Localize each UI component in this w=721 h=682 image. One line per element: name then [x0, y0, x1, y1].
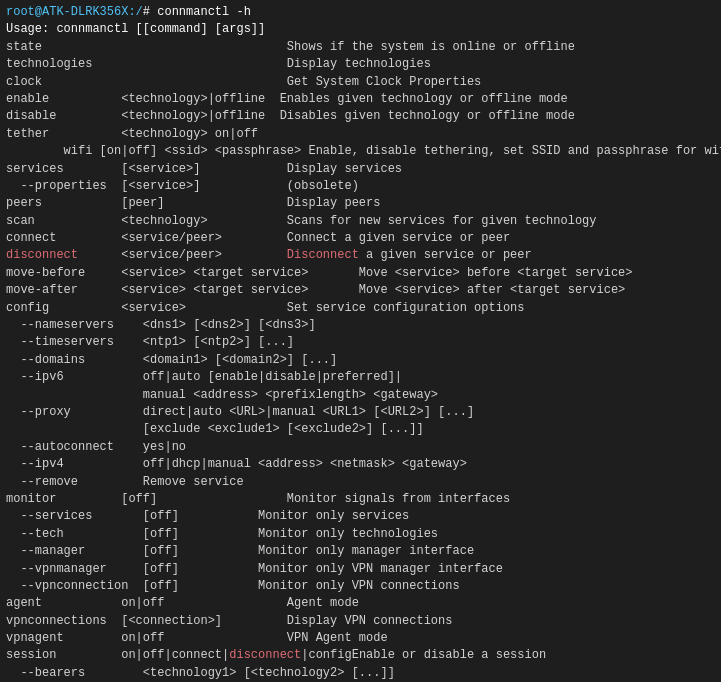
- remove-line: --remove Remove service: [6, 474, 715, 491]
- session-line: session on|off|connect|disconnect|config…: [6, 647, 715, 664]
- connect-line: connect <service/peer> Connect a given s…: [6, 230, 715, 247]
- autoconnect-line: --autoconnect yes|no: [6, 439, 715, 456]
- vpnagent-line: vpnagent on|off VPN Agent mode: [6, 630, 715, 647]
- services-line: services [<service>] Display services: [6, 161, 715, 178]
- tether-wifi-line: wifi [on|off] <ssid> <passphrase> Enable…: [6, 143, 715, 160]
- ipv6-line: --ipv6 off|auto [enable|disable|preferre…: [6, 369, 715, 386]
- scan-line: scan <technology> Scans for new services…: [6, 213, 715, 230]
- disconnect-line: disconnect <service/peer> Disconnect a g…: [6, 247, 715, 264]
- terminal-window: root@ATK-DLRK356X:/# connmanctl -h Usage…: [0, 0, 721, 682]
- technologies-line: technologies Display technologies: [6, 56, 715, 73]
- peers-line: peers [peer] Display peers: [6, 195, 715, 212]
- domains-line: --domains <domain1> [<domain2>] [...]: [6, 352, 715, 369]
- ipv6manual-line: manual <address> <prefixlength> <gateway…: [6, 387, 715, 404]
- vpnconnections-line: vpnconnections [<connection>] Display VP…: [6, 613, 715, 630]
- timeservers-line: --timeservers <ntp1> [<ntp2>] [...]: [6, 334, 715, 351]
- config-line: config <service> Set service configurati…: [6, 300, 715, 317]
- monitor-line: monitor [off] Monitor signals from inter…: [6, 491, 715, 508]
- mon-vpnmanager-line: --vpnmanager [off] Monitor only VPN mana…: [6, 561, 715, 578]
- mon-vpnconnection-line: --vpnconnection [off] Monitor only VPN c…: [6, 578, 715, 595]
- prompt-line: root@ATK-DLRK356X:/# connmanctl -h: [6, 4, 715, 21]
- nameservers-line: --nameservers <dns1> [<dns2>] [<dns3>]: [6, 317, 715, 334]
- disable-line: disable <technology>|offline Disables gi…: [6, 108, 715, 125]
- bearers-line: --bearers <technology1> [<technology2> […: [6, 665, 715, 682]
- mon-tech-line: --tech [off] Monitor only technologies: [6, 526, 715, 543]
- enable-line: enable <technology>|offline Enables give…: [6, 91, 715, 108]
- state-line: state Shows if the system is online or o…: [6, 39, 715, 56]
- mon-manager-line: --manager [off] Monitor only manager int…: [6, 543, 715, 560]
- proxyexclude-line: [exclude <exclude1> [<exclude2>] [...]]: [6, 421, 715, 438]
- ipv4-line: --ipv4 off|dhcp|manual <address> <netmas…: [6, 456, 715, 473]
- usage-line: Usage: connmanctl [[command] [args]]: [6, 21, 715, 38]
- clock-line: clock Get System Clock Properties: [6, 74, 715, 91]
- moveafter-line: move-after <service> <target service> Mo…: [6, 282, 715, 299]
- agent-line: agent on|off Agent mode: [6, 595, 715, 612]
- proxy-line: --proxy direct|auto <URL>|manual <URL1> …: [6, 404, 715, 421]
- mon-services-line: --services [off] Monitor only services: [6, 508, 715, 525]
- movebefore-line: move-before <service> <target service> M…: [6, 265, 715, 282]
- tether-line: tether <technology> on|off: [6, 126, 715, 143]
- properties-line: --properties [<service>] (obsolete): [6, 178, 715, 195]
